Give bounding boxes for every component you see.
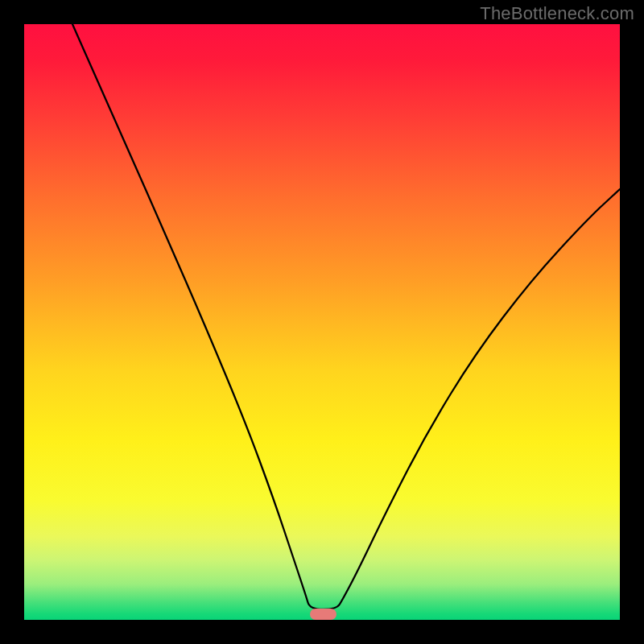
chart-frame: TheBottleneck.com	[0, 0, 644, 644]
plot-area	[24, 24, 620, 620]
curve-svg	[24, 24, 620, 620]
watermark-text: TheBottleneck.com	[480, 3, 634, 24]
bottleneck-curve	[72, 24, 620, 609]
optimum-marker	[310, 609, 336, 620]
